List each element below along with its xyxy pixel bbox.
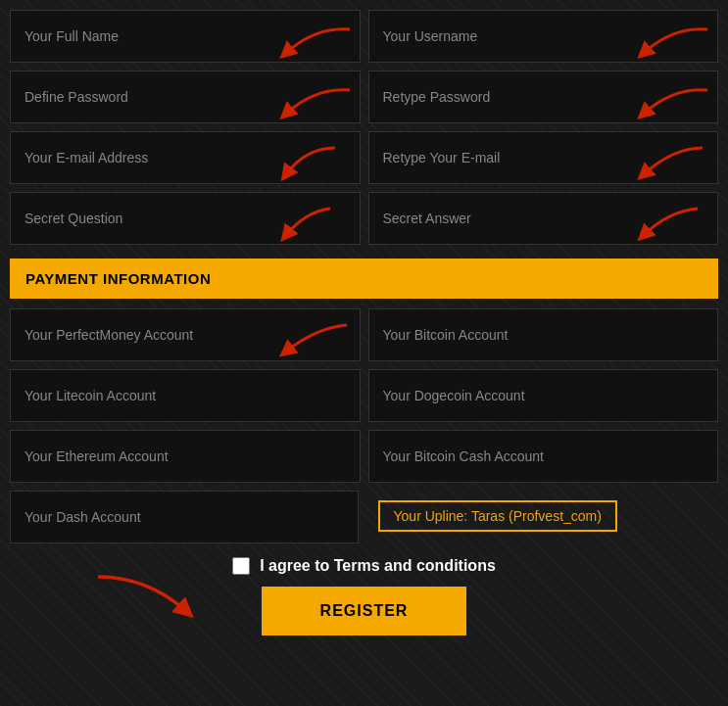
secret-answer-field xyxy=(368,192,719,245)
row-perfectmoney-bitcoin xyxy=(10,308,718,361)
bitcoin-input[interactable] xyxy=(368,308,719,361)
username-field xyxy=(368,10,719,63)
retype-email-input[interactable] xyxy=(368,131,719,184)
litecoin-field xyxy=(10,369,361,422)
dogecoin-input[interactable] xyxy=(368,369,719,422)
terms-label: I agree to Terms and conditions xyxy=(260,557,496,575)
bitcoin-cash-input[interactable] xyxy=(368,430,719,483)
email-field xyxy=(10,131,361,184)
register-arrow xyxy=(88,567,206,626)
perfectmoney-field xyxy=(10,308,361,361)
secret-answer-input[interactable] xyxy=(368,192,719,245)
dash-input[interactable] xyxy=(10,491,359,543)
row-secret xyxy=(10,192,718,245)
dogecoin-field xyxy=(368,369,719,422)
row-passwords xyxy=(10,71,718,123)
retype-password-input[interactable] xyxy=(368,71,719,123)
perfectmoney-input[interactable] xyxy=(10,308,361,361)
retype-email-field xyxy=(368,131,719,184)
email-input[interactable] xyxy=(10,131,361,184)
row-name-username xyxy=(10,10,718,63)
terms-row: I agree to Terms and conditions xyxy=(10,557,718,575)
ethereum-field xyxy=(10,430,361,483)
bitcoin-field xyxy=(368,308,719,361)
payment-section-header: PAYMENT INFORMATION xyxy=(10,259,718,299)
row-ethereum-bitcoincash xyxy=(10,430,718,483)
terms-checkbox[interactable] xyxy=(232,557,250,575)
full-name-field xyxy=(10,10,361,63)
upline-box: Your Upline: Taras (Profvest_com) xyxy=(378,500,617,532)
bitcoin-cash-field xyxy=(368,430,719,483)
row-emails xyxy=(10,131,718,184)
define-password-input[interactable] xyxy=(10,71,361,123)
dash-field xyxy=(10,491,359,543)
upline-highlight: (Profvest_com) xyxy=(509,508,602,524)
upline-text: Your Upline: Taras xyxy=(394,508,510,524)
secret-question-input[interactable] xyxy=(10,192,361,245)
retype-password-field xyxy=(368,71,719,123)
define-password-field xyxy=(10,71,361,123)
username-input[interactable] xyxy=(368,10,719,63)
full-name-input[interactable] xyxy=(10,10,361,63)
ethereum-input[interactable] xyxy=(10,430,361,483)
row-dash-upline: Your Upline: Taras (Profvest_com) xyxy=(10,491,718,543)
upline-section: Your Upline: Taras (Profvest_com) xyxy=(366,493,719,541)
register-button-wrap: REGISTER xyxy=(10,587,718,635)
register-button[interactable]: REGISTER xyxy=(262,587,467,635)
secret-question-field xyxy=(10,192,361,245)
registration-form: PAYMENT INFORMATION xyxy=(0,0,728,665)
row-litecoin-dogecoin xyxy=(10,369,718,422)
litecoin-input[interactable] xyxy=(10,369,361,422)
